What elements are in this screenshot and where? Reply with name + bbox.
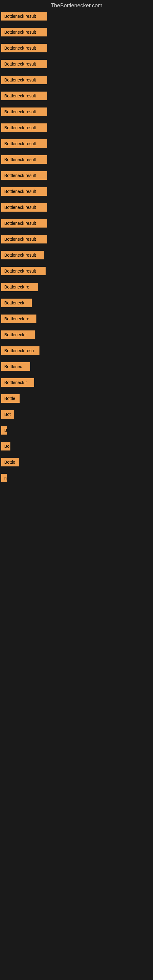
list-item: Bottleneck result	[0, 217, 153, 233]
list-item: Bottleneck result	[0, 74, 153, 90]
list-item: Bottleneck result	[0, 42, 153, 58]
bottleneck-result-badge[interactable]: Bottleneck resu	[1, 346, 40, 355]
bottleneck-result-badge[interactable]: Bottleneck result	[1, 60, 47, 68]
list-item: Bottleneck result	[0, 137, 153, 153]
list-item: Bo	[0, 440, 153, 456]
list-item: Bottleneck r	[0, 329, 153, 345]
list-item: Bottleneck re	[0, 281, 153, 297]
bottleneck-result-badge[interactable]: Bottleneck r	[1, 378, 34, 387]
bottleneck-result-badge[interactable]: Bottleneck result	[1, 251, 44, 259]
list-item: Bottleneck result	[0, 106, 153, 122]
bottleneck-result-badge[interactable]: Bottleneck result	[1, 123, 47, 132]
bottleneck-result-badge[interactable]: Bottleneck result	[1, 267, 46, 275]
bottleneck-result-badge[interactable]: Bottleneck re	[1, 315, 37, 323]
list-item: Bottleneck result	[0, 233, 153, 249]
bottleneck-result-badge[interactable]: Bottleneck result	[1, 155, 47, 164]
site-title: TheBottlenecker.com	[0, 0, 153, 10]
bottleneck-result-badge[interactable]: Bottlenec	[1, 362, 30, 371]
list-item: Bottle	[0, 456, 153, 472]
list-item: Bottlenec	[0, 360, 153, 376]
bottleneck-result-badge[interactable]: Bottleneck	[1, 299, 32, 307]
bottleneck-result-badge[interactable]: n	[1, 474, 7, 482]
bottleneck-result-badge[interactable]: Bottleneck result	[1, 235, 47, 243]
list-item: Bottle	[0, 392, 153, 408]
bottleneck-result-badge[interactable]: Bottleneck result	[1, 171, 47, 180]
bottleneck-result-badge[interactable]: Bo	[1, 442, 10, 450]
bottleneck-result-badge[interactable]: Bottleneck result	[1, 203, 47, 212]
list-item: Bottleneck r	[0, 376, 153, 392]
bottleneck-result-badge[interactable]: Bottleneck result	[1, 92, 47, 100]
list-item: Bottleneck result	[0, 249, 153, 265]
bottleneck-result-badge[interactable]: Bottleneck result	[1, 44, 47, 52]
list-item: Bottleneck result	[0, 153, 153, 169]
bottleneck-result-badge[interactable]: Bottle	[1, 458, 19, 466]
bottleneck-result-badge[interactable]: B	[1, 426, 7, 434]
list-item: Bottleneck result	[0, 169, 153, 185]
bottleneck-result-badge[interactable]: Bottleneck result	[1, 139, 47, 148]
bottleneck-result-badge[interactable]: Bottleneck result	[1, 187, 47, 196]
bottleneck-result-badge[interactable]: Bottle	[1, 394, 19, 403]
list-item: Bot	[0, 408, 153, 424]
list-item: Bottleneck re	[0, 313, 153, 329]
bottleneck-result-badge[interactable]: Bottleneck re	[1, 283, 38, 291]
list-item: Bottleneck result	[0, 122, 153, 137]
bottleneck-result-badge[interactable]: Bottleneck result	[1, 12, 47, 21]
bottleneck-result-badge[interactable]: Bottleneck result	[1, 28, 47, 37]
bottleneck-result-badge[interactable]: Bot	[1, 410, 14, 418]
bottleneck-result-badge[interactable]: Bottleneck r	[1, 331, 35, 339]
bottleneck-result-badge[interactable]: Bottleneck result	[1, 108, 47, 116]
list-item: Bottleneck result	[0, 10, 153, 26]
list-item: B	[0, 424, 153, 440]
list-item: Bottleneck resu	[0, 345, 153, 360]
bottleneck-result-badge[interactable]: Bottleneck result	[1, 76, 47, 84]
list-item: n	[0, 472, 153, 488]
list-item: Bottleneck	[0, 297, 153, 313]
bottleneck-result-badge[interactable]: Bottleneck result	[1, 219, 47, 228]
site-title-text: TheBottlenecker.com	[51, 2, 102, 9]
list-item: Bottleneck result	[0, 26, 153, 42]
list-item: Bottleneck result	[0, 90, 153, 106]
list-item: Bottleneck result	[0, 185, 153, 201]
list-item: Bottleneck result	[0, 58, 153, 74]
list-item: Bottleneck result	[0, 265, 153, 281]
list-item: Bottleneck result	[0, 201, 153, 217]
